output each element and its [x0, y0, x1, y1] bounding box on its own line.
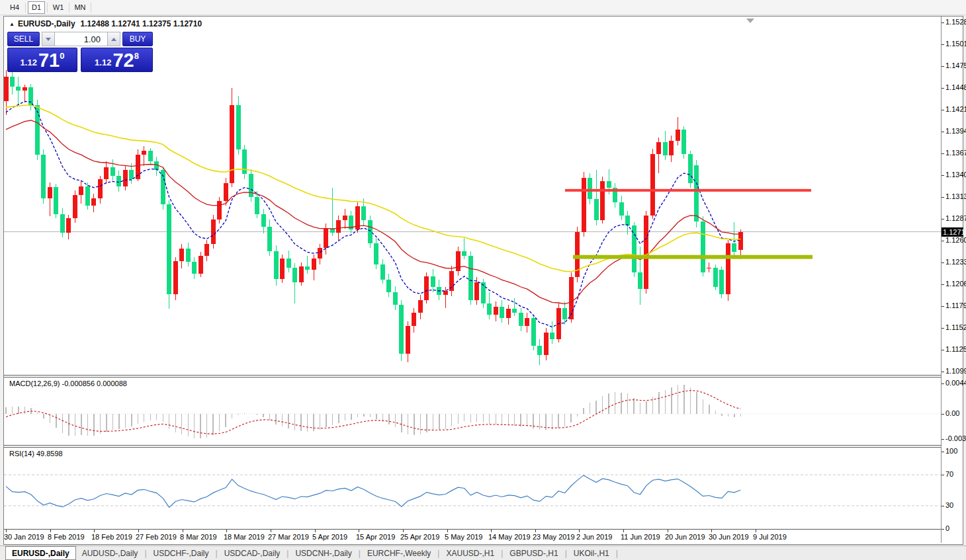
price-tick-label: 1.12600: [945, 236, 966, 244]
tab-separator: |: [616, 549, 618, 558]
chart-tab-xauusd-h1[interactable]: XAUUSD-,H1: [440, 547, 500, 559]
scale-tick: [942, 241, 944, 241]
price-tick-label: 1.11255: [945, 345, 966, 353]
timeframe-toolbar: H4D1W1MN: [0, 0, 966, 15]
scale-tick: [942, 219, 944, 220]
timeframe-button-mn[interactable]: MN: [71, 1, 89, 14]
scale-tick: [942, 372, 944, 372]
toolbar-separator: [91, 3, 91, 13]
time-axis[interactable]: 30 Jan 20198 Feb 201918 Feb 201927 Feb 2…: [4, 529, 941, 543]
timeframe-button-w1[interactable]: W1: [50, 1, 67, 14]
buy-price-display[interactable]: 1.12728: [81, 48, 153, 72]
rsi-canvas[interactable]: [4, 448, 941, 529]
sell-button[interactable]: SELL: [7, 32, 40, 46]
time-tick-label: 15 Apr 2019: [356, 533, 395, 541]
one-click-trading-panel: SELL BUY 1.12710 1.12728: [7, 32, 154, 72]
price-tick-label: 1.10990: [945, 367, 966, 375]
current-price-badge: 1.12710: [942, 227, 963, 237]
tab-separator: |: [216, 549, 218, 558]
macd-tick-label: 0.004465: [945, 379, 966, 387]
tab-separator: |: [565, 549, 567, 558]
time-tick-label: 23 May 2019: [533, 533, 575, 541]
scale-tick: [942, 506, 944, 506]
chart-window: ▲EURUSD-,Daily1.12488 1.12741 1.12375 1.…: [3, 16, 963, 545]
chart-tab-bar: EURUSD-,DailyAUDUSD-,Daily|USDCHF-,Daily…: [0, 545, 966, 560]
scale-tick: [942, 110, 944, 110]
time-tick: [359, 530, 359, 532]
time-tick-label: 30 Jun 2019: [709, 533, 749, 541]
time-tick-label: 18 Mar 2019: [224, 533, 265, 541]
chevron-up-icon: [111, 38, 116, 41]
sell-price-sup: 0: [60, 51, 64, 61]
chart-tab-usdcad-daily[interactable]: USDCAD-,Daily: [218, 547, 286, 559]
scale-tick: [942, 529, 944, 530]
scale-tick: [942, 475, 944, 475]
sell-price-big: 71: [38, 51, 60, 70]
chart-tab-eurusd-daily[interactable]: EURUSD-,Daily: [5, 546, 76, 560]
time-tick: [535, 530, 536, 532]
chart-tab-usdcnh-daily[interactable]: USDCNH-,Daily: [289, 547, 357, 559]
time-tick: [668, 530, 668, 532]
time-tick: [491, 530, 492, 532]
tab-separator: |: [501, 549, 503, 558]
price-tick-label: 1.13135: [945, 192, 966, 200]
scale-tick: [942, 153, 944, 154]
tab-separator: |: [437, 549, 439, 558]
panel-splitter-macd[interactable]: [4, 375, 941, 378]
time-tick-label: 8 Feb 2019: [48, 533, 85, 541]
buy-button[interactable]: BUY: [122, 32, 153, 46]
volume-input[interactable]: [55, 32, 107, 46]
rsi-tick-label: 30: [945, 501, 953, 509]
price-tick-label: 1.15015: [945, 40, 966, 48]
chart-tab-gbpusd-h1[interactable]: GBPUSD-,H1: [504, 547, 564, 559]
price-tick-label: 1.12065: [945, 280, 966, 288]
scale-tick: [942, 44, 944, 45]
scale-tick: [942, 132, 944, 132]
price-tick-label: 1.11795: [945, 301, 966, 309]
macd-tick-label: 0.00: [945, 409, 959, 417]
chart-shift-icon[interactable]: [746, 19, 754, 23]
tab-separator: |: [144, 549, 146, 558]
time-tick: [447, 530, 448, 532]
macd-canvas[interactable]: [4, 378, 941, 445]
time-tick: [711, 530, 712, 532]
rsi-tick-label: 70: [945, 470, 953, 478]
buy-price-sup: 8: [134, 51, 139, 61]
scale-tick: [942, 306, 944, 307]
time-tick: [623, 530, 624, 532]
sell-price-prefix: 1.12: [21, 58, 37, 67]
timeframe-button-h4[interactable]: H4: [6, 1, 23, 14]
volume-increase-button[interactable]: [107, 32, 120, 46]
price-tick-label: 1.12330: [945, 258, 966, 266]
scale-tick: [942, 88, 944, 89]
scale-tick: [942, 414, 944, 415]
macd-tick-label: -0.00371: [945, 434, 966, 442]
tab-separator: |: [286, 549, 288, 558]
chart-tab-eurchf-weekly[interactable]: EURCHF-,Weekly: [361, 547, 437, 559]
chart-title: ▲EURUSD-,Daily1.12488 1.12741 1.12375 1.…: [9, 19, 202, 28]
price-tick-label: 1.13945: [945, 127, 966, 135]
tab-separator: |: [359, 549, 361, 558]
time-tick: [6, 530, 7, 532]
time-tick-label: 27 Mar 2019: [268, 533, 309, 541]
scale-tick: [942, 328, 944, 329]
rsi-tick-label: 0: [945, 524, 949, 532]
timeframe-button-d1[interactable]: D1: [28, 1, 45, 14]
time-tick-label: 5 Apr 2019: [312, 533, 347, 541]
panel-splitter-rsi[interactable]: [4, 445, 941, 448]
scale-tick: [942, 175, 944, 176]
scale-tick: [942, 22, 944, 23]
time-tick: [756, 530, 756, 532]
chart-tab-audusd-daily[interactable]: AUDUSD-,Daily: [76, 547, 144, 559]
sell-price-display[interactable]: 1.12710: [7, 48, 77, 72]
scale-tick: [942, 66, 944, 67]
one-click-collapse-icon[interactable]: ▲: [9, 21, 15, 27]
chart-tab-usdchf-daily[interactable]: USDCHF-,Daily: [148, 547, 215, 559]
time-tick: [94, 530, 95, 532]
time-tick-label: 25 Apr 2019: [400, 533, 439, 541]
rsi-tick-label: 100: [945, 447, 957, 455]
volume-decrease-button[interactable]: [42, 32, 55, 46]
chart-tab-ukoil-h1[interactable]: UKOil-,H1: [568, 547, 615, 559]
price-scale[interactable]: 1.152851.150151.147501.144801.142101.139…: [941, 17, 963, 543]
price-tick-label: 1.11525: [945, 323, 966, 331]
